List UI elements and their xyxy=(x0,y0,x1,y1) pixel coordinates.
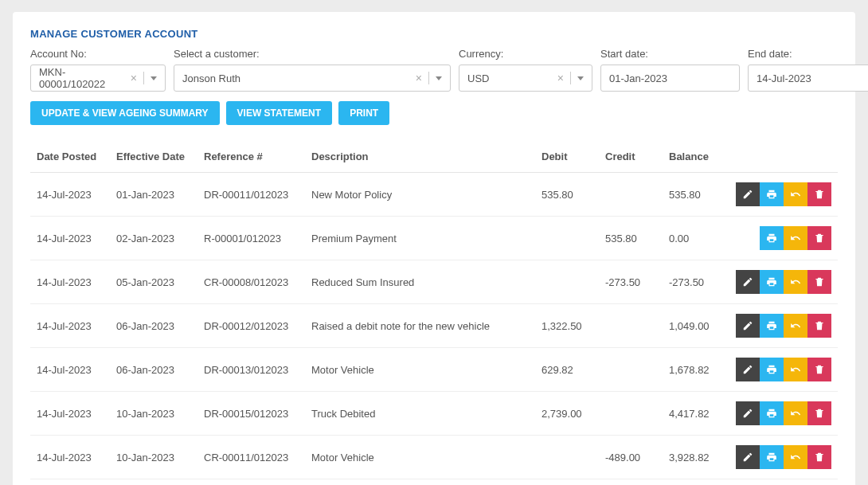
table-row: 14-Jul-202306-Jan-2023DR-00013/012023Mot… xyxy=(30,348,838,392)
customer-select[interactable]: Jonson Ruth × xyxy=(174,65,451,92)
cell-ref: DR-00015/012023 xyxy=(197,392,305,436)
cell-credit: -273.50 xyxy=(599,260,663,304)
cell-debit xyxy=(535,260,599,304)
undo-icon xyxy=(790,364,801,375)
edit-button[interactable] xyxy=(736,401,760,425)
cell-posted: 14-Jul-2023 xyxy=(30,392,110,436)
undo-button[interactable] xyxy=(784,270,807,294)
cell-desc: Motor Vehicle xyxy=(305,348,535,392)
edit-icon xyxy=(742,408,753,419)
undo-button[interactable] xyxy=(784,226,807,250)
cell-balance: 1,049.00 xyxy=(663,304,726,348)
edit-button[interactable] xyxy=(736,270,760,294)
del-icon xyxy=(814,452,825,463)
del-button[interactable] xyxy=(807,226,831,250)
print-button[interactable]: PRINT xyxy=(338,101,389,125)
table-row: 14-Jul-202302-Jan-2023R-00001/012023Prem… xyxy=(30,217,838,260)
edit-button[interactable] xyxy=(736,314,760,338)
del-icon xyxy=(814,276,825,287)
del-button[interactable] xyxy=(807,358,831,381)
print-button[interactable] xyxy=(760,445,784,469)
cell-effective: 05-Jan-2023 xyxy=(110,260,197,304)
cell-desc: New Motor Policy xyxy=(305,173,535,217)
end-date-input[interactable]: 14-Jul-2023 xyxy=(748,65,868,92)
currency-select[interactable]: USD × xyxy=(459,65,592,92)
end-date-value: 14-Jul-2023 xyxy=(757,72,811,84)
undo-icon xyxy=(790,276,801,287)
undo-button[interactable] xyxy=(784,401,807,425)
print-button[interactable] xyxy=(760,358,784,381)
account-card: MANAGE CUSTOMER ACCOUNT Account No: MKN-… xyxy=(13,12,855,485)
row-actions xyxy=(726,392,838,436)
cell-balance: 2,189.82 xyxy=(663,479,726,486)
cell-credit xyxy=(599,173,663,217)
edit-icon xyxy=(742,364,753,375)
col-effective-date: Effective Date xyxy=(110,141,197,173)
cell-debit: 1,322.50 xyxy=(535,304,599,348)
customer-value: Jonson Ruth xyxy=(182,72,416,84)
print-button[interactable] xyxy=(760,182,784,206)
print-icon xyxy=(766,233,777,244)
row-actions xyxy=(726,217,838,260)
undo-button[interactable] xyxy=(784,182,807,206)
update-button[interactable]: UPDATE & VIEW AGEING SUMMARY xyxy=(30,101,220,125)
cell-posted: 14-Jul-2023 xyxy=(30,173,110,217)
cell-balance: 535.80 xyxy=(663,173,726,217)
chevron-down-icon[interactable] xyxy=(577,76,584,80)
undo-icon xyxy=(790,408,801,419)
cell-posted: 14-Jul-2023 xyxy=(30,479,110,486)
edit-button[interactable] xyxy=(736,358,760,381)
cell-effective: 02-Jan-2023 xyxy=(110,217,197,260)
cell-ref: DR-00012/012023 xyxy=(197,304,305,348)
print-button[interactable] xyxy=(760,226,784,250)
chevron-down-icon[interactable] xyxy=(436,76,442,80)
start-date-input[interactable]: 01-Jan-2023 xyxy=(600,65,740,92)
print-button[interactable] xyxy=(760,401,784,425)
del-icon xyxy=(814,320,825,331)
account-no-select[interactable]: MKN-00001/102022 × xyxy=(30,65,166,92)
edit-icon xyxy=(742,452,753,463)
row-actions xyxy=(726,436,838,479)
view-statement-button[interactable]: VIEW STATEMENT xyxy=(226,101,333,125)
del-button[interactable] xyxy=(807,445,831,469)
end-date-label: End date: xyxy=(748,48,868,60)
cell-effective: 01-Jan-2023 xyxy=(110,173,197,217)
currency-label: Currency: xyxy=(459,48,592,60)
account-no-label: Account No: xyxy=(30,48,166,60)
start-date-label: Start date: xyxy=(600,48,740,60)
currency-value: USD xyxy=(467,72,557,84)
clear-icon[interactable]: × xyxy=(131,72,137,84)
print-button[interactable] xyxy=(760,270,784,294)
clear-icon[interactable]: × xyxy=(416,72,422,84)
row-actions xyxy=(726,348,838,392)
undo-button[interactable] xyxy=(784,314,807,338)
clear-icon[interactable]: × xyxy=(557,72,564,84)
cell-debit: 629.82 xyxy=(535,348,599,392)
del-button[interactable] xyxy=(807,401,831,425)
print-icon xyxy=(766,364,777,375)
del-button[interactable] xyxy=(807,182,831,206)
edit-icon xyxy=(742,189,753,200)
cell-posted: 14-Jul-2023 xyxy=(30,348,110,392)
cell-debit xyxy=(535,436,599,479)
col-balance: Balance xyxy=(663,141,726,173)
undo-button[interactable] xyxy=(784,358,807,381)
table-row: 14-Jul-202306-Jan-2023DR-00012/012023Rai… xyxy=(30,304,838,348)
del-button[interactable] xyxy=(807,314,831,338)
undo-button[interactable] xyxy=(784,445,807,469)
col-credit: Credit xyxy=(599,141,663,173)
del-icon xyxy=(814,364,825,375)
edit-button[interactable] xyxy=(736,182,760,206)
cell-posted: 14-Jul-2023 xyxy=(30,436,110,479)
cell-desc: Raised a debit note for the new vehicle xyxy=(305,304,535,348)
chevron-down-icon[interactable] xyxy=(151,76,157,80)
print-button[interactable] xyxy=(760,314,784,338)
cell-credit xyxy=(599,348,663,392)
edit-button[interactable] xyxy=(736,445,760,469)
cell-ref: GRT xyxy=(197,479,305,486)
cell-debit xyxy=(535,479,599,486)
del-button[interactable] xyxy=(807,270,831,294)
cell-debit: 2,739.00 xyxy=(535,392,599,436)
button-row: UPDATE & VIEW AGEING SUMMARY VIEW STATEM… xyxy=(30,101,838,125)
cell-balance: 4,417.82 xyxy=(663,392,726,436)
